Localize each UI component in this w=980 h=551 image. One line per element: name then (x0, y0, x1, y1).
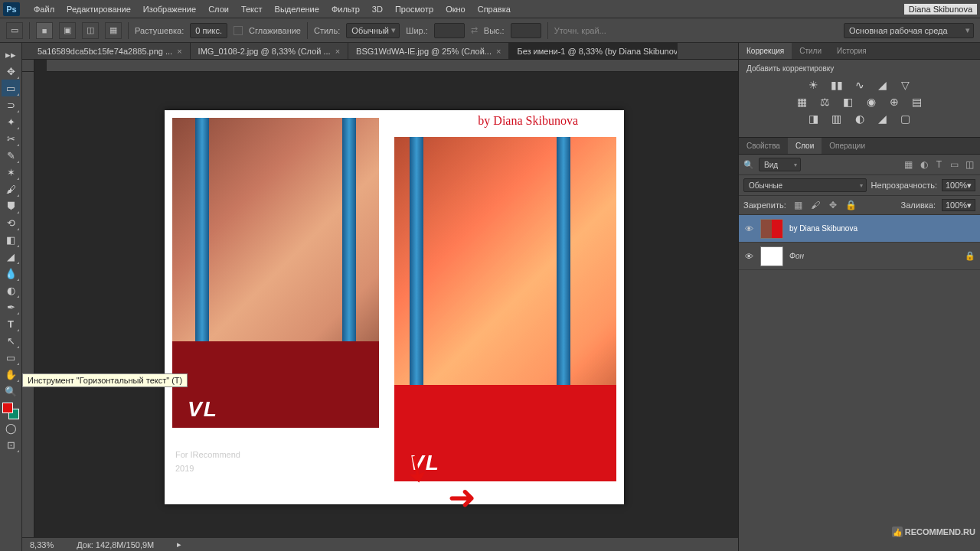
sel-sub-icon[interactable]: ◫ (82, 22, 99, 39)
canvas[interactable]: VL VL by Diana Skibunova For IRecommend2… (34, 72, 738, 537)
tab-history[interactable]: История (829, 43, 874, 59)
filter-shape-icon[interactable]: ▭ (949, 159, 960, 171)
layer-name[interactable]: by Diana Skibunova (789, 224, 858, 233)
visibility-icon[interactable]: 👁 (743, 224, 754, 233)
ruler-horizontal[interactable] (47, 60, 738, 72)
lasso-tool[interactable]: ⊃ (2, 96, 20, 113)
exposure-icon[interactable]: ◢ (875, 79, 890, 91)
doc-tab-1[interactable]: IMG_0108-2.jpg @ 8,33% (Слой ...× (191, 43, 348, 59)
fg-color[interactable] (2, 403, 13, 413)
sel-intersect-icon[interactable]: ▦ (105, 22, 122, 39)
menu-view[interactable]: Просмотр (389, 1, 439, 18)
ruler-vertical[interactable] (22, 72, 34, 537)
status-arrow-icon[interactable]: ▸ (177, 540, 181, 549)
refine-edge-button[interactable]: Уточн. край... (554, 26, 606, 35)
color-swatches[interactable] (2, 403, 19, 419)
feather-input[interactable]: 0 пикс. (190, 23, 227, 38)
filter-type-icon[interactable]: T (933, 159, 945, 171)
history-brush-tool[interactable]: ⟲ (2, 214, 20, 231)
menu-filter[interactable]: Фильтр (325, 1, 366, 18)
pen-tool[interactable]: ✒ (2, 298, 20, 315)
stamp-tool[interactable]: ⛊ (2, 197, 20, 214)
menu-text[interactable]: Текст (235, 1, 269, 18)
move-tool[interactable]: ✥ (2, 63, 20, 80)
path-tool[interactable]: ↖ (2, 332, 20, 349)
threshold-icon[interactable]: ◐ (852, 112, 867, 125)
eraser-tool[interactable]: ◧ (2, 231, 20, 248)
gradient-map-icon[interactable]: ◢ (875, 112, 890, 125)
type-tool[interactable]: T (2, 315, 20, 332)
lock-trans-icon[interactable]: ▦ (792, 200, 804, 211)
levels-icon[interactable]: ▮▮ (829, 79, 844, 91)
kind-select[interactable]: Вид (759, 158, 801, 171)
layer-thumbnail[interactable] (760, 219, 783, 239)
screenmode-tool[interactable]: ⊡ (2, 436, 20, 453)
vibrance-icon[interactable]: ▽ (898, 79, 913, 91)
tab-actions[interactable]: Операции (822, 138, 873, 154)
eyedropper-tool[interactable]: ✎ (2, 147, 20, 164)
close-icon[interactable]: × (496, 47, 501, 56)
bw-icon[interactable]: ◧ (841, 96, 856, 108)
search-icon[interactable]: 🔍 (743, 160, 754, 170)
hue-icon[interactable]: ▦ (795, 96, 810, 108)
layer-thumbnail[interactable] (760, 246, 783, 266)
opacity-input[interactable]: 100%▾ (942, 179, 975, 191)
invert-icon[interactable]: ◨ (806, 112, 822, 125)
layer-name[interactable]: Фон (789, 252, 804, 260)
crop-tool[interactable]: ✂ (2, 130, 20, 147)
sel-add-icon[interactable]: ▣ (59, 22, 76, 39)
close-icon[interactable]: × (177, 47, 181, 56)
doc-tab-2[interactable]: BSG1WdWA-IE.jpg @ 25% (Слой...× (348, 43, 509, 59)
workspace-select[interactable]: Основная рабочая среда (844, 23, 974, 38)
lock-pos-icon[interactable]: ✥ (828, 200, 839, 211)
heal-tool[interactable]: ✶ (2, 164, 20, 181)
selective-icon[interactable]: ▢ (898, 112, 913, 125)
tool-handle[interactable]: ▸▸ (2, 46, 20, 63)
menu-3d[interactable]: 3D (366, 1, 389, 18)
style-select[interactable]: Обычный (346, 23, 400, 38)
zoom-level[interactable]: 8,33% (30, 540, 54, 549)
lock-all-icon[interactable]: 🔒 (845, 200, 857, 211)
dodge-tool[interactable]: ◐ (2, 282, 20, 298)
menu-window[interactable]: Окно (439, 1, 472, 18)
tab-corrections[interactable]: Коррекция (739, 43, 792, 59)
tab-styles[interactable]: Стили (792, 43, 829, 59)
filter-adj-icon[interactable]: ◐ (918, 159, 929, 171)
filter-smart-icon[interactable]: ◫ (964, 159, 975, 171)
gradient-tool[interactable]: ◢ (2, 248, 20, 265)
doc-size[interactable]: Док: 142,8M/150,9M (77, 540, 154, 549)
brightness-icon[interactable]: ☀ (806, 79, 822, 91)
menu-help[interactable]: Справка (472, 1, 517, 18)
blend-mode-select[interactable]: Обычные (743, 178, 867, 192)
menu-select[interactable]: Выделение (269, 1, 325, 18)
blur-tool[interactable]: 💧 (2, 265, 20, 282)
zoom-tool[interactable]: 🔍 (2, 383, 20, 399)
wand-tool[interactable]: ✦ (2, 113, 20, 130)
layer-item[interactable]: 👁 by Diana Skibunova (739, 215, 980, 243)
hand-tool[interactable]: ✋ (2, 366, 20, 383)
lock-paint-icon[interactable]: 🖌 (810, 200, 822, 211)
marquee-tool[interactable]: ▭ (2, 80, 20, 96)
balance-icon[interactable]: ⚖ (818, 96, 833, 108)
photo-filter-icon[interactable]: ◉ (864, 96, 879, 108)
visibility-icon[interactable]: 👁 (743, 252, 754, 261)
menu-file[interactable]: Файл (28, 1, 60, 18)
shape-tool[interactable]: ▭ (2, 349, 20, 366)
ruler-origin[interactable] (22, 60, 34, 72)
doc-tab-0[interactable]: 5a16589dca5bc15fe74a2885.png ...× (30, 43, 191, 59)
tab-properties[interactable]: Свойства (739, 138, 788, 154)
tab-layers[interactable]: Слои (788, 138, 822, 154)
layer-item[interactable]: 👁 Фон 🔒 (739, 243, 980, 270)
posterize-icon[interactable]: ▥ (829, 112, 844, 125)
fill-input[interactable]: 100%▾ (942, 199, 975, 211)
curves-icon[interactable]: ∿ (852, 79, 867, 91)
filter-pixel-icon[interactable]: ▦ (903, 159, 914, 171)
antialias-checkbox[interactable] (234, 26, 243, 35)
marquee-icon[interactable]: ▭ (6, 22, 23, 39)
lookup-icon[interactable]: ▤ (910, 96, 925, 108)
menu-edit[interactable]: Редактирование (60, 1, 137, 18)
mixer-icon[interactable]: ⊕ (887, 96, 902, 108)
menu-layers[interactable]: Слои (202, 1, 235, 18)
brush-tool[interactable]: 🖌 (2, 181, 20, 197)
sel-new-icon[interactable]: ■ (36, 22, 53, 39)
